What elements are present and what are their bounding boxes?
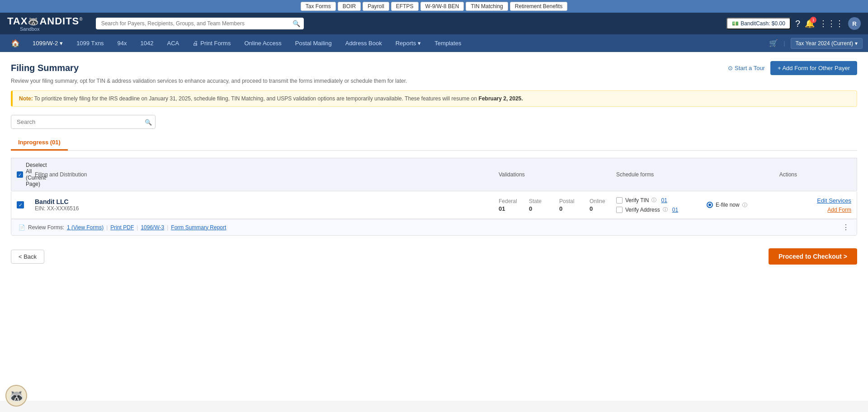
nav-1099w2-dropdown-icon: ▾: [60, 40, 63, 47]
footer-divider-3: |: [167, 224, 168, 231]
topnav-retirement[interactable]: Retirement Benefits: [510, 2, 567, 11]
verify-tin-checkbox[interactable]: [616, 197, 623, 204]
global-search-input[interactable]: [96, 18, 304, 29]
topnav-tax-forms[interactable]: Tax Forms: [301, 2, 336, 11]
col-select: Deselect All (Current Page): [17, 162, 35, 187]
filing-distribution: Federal 01 State 0 Postal 0 Online 0: [499, 198, 616, 212]
logo: TAX🦝ANDITS®: [7, 15, 83, 27]
sandbox-label: Sandbox: [20, 26, 39, 32]
review-forms-label: Review Forms:: [28, 224, 64, 231]
tab-inprogress[interactable]: Inprogress (01): [11, 135, 68, 151]
verify-address-count[interactable]: 01: [672, 207, 678, 213]
online-label: Online: [590, 198, 616, 204]
row-checkbox[interactable]: [17, 201, 24, 208]
nav-1099txns[interactable]: 1099 Txns: [70, 35, 110, 51]
bandit-cash-icon: 💵: [732, 20, 739, 27]
tabs: Inprogress (01): [11, 135, 857, 151]
table-header: Deselect All (Current Page) Filing and D…: [11, 158, 857, 191]
state-label: State: [529, 198, 556, 204]
nav-separator: |: [783, 40, 785, 47]
select-all-checkbox[interactable]: [17, 171, 23, 178]
verify-tin-count[interactable]: 01: [661, 197, 667, 204]
tax-year-dropdown-icon: ▾: [855, 40, 858, 47]
back-btn[interactable]: < Back: [11, 250, 44, 264]
main-nav: 🏠 1099/W-2 ▾ 1099 Txns 94x 1042 ACA 🖨 Pr…: [0, 34, 868, 52]
print-pdf-link[interactable]: Print PDF: [110, 224, 134, 231]
col-validations: Validations: [499, 171, 616, 178]
note-prefix: Note:: [19, 95, 33, 102]
content-area: Filing Summary ⊙ Start a Tour + Add Form…: [0, 52, 868, 401]
col-schedule: Schedule forms: [616, 171, 707, 178]
verify-tin-info-icon[interactable]: ⓘ: [651, 197, 656, 204]
form-1096-link[interactable]: 1096/W-3: [141, 224, 164, 231]
deselect-all[interactable]: Deselect All (Current Page): [17, 162, 35, 187]
payer-name: Bandit LLC: [35, 198, 499, 205]
checkout-btn[interactable]: Proceed to Checkout >: [769, 248, 857, 265]
notification-icon[interactable]: 🔔 1: [805, 19, 815, 28]
start-tour-btn[interactable]: ⊙ Start a Tour: [728, 65, 765, 71]
page-subtitle: Review your filing summary, opt for TIN …: [11, 78, 857, 84]
header-right: 💵 BanditCash: $0.00 ? 🔔 1 ⋮⋮⋮ R: [726, 17, 861, 30]
nav-home-icon[interactable]: 🏠: [5, 34, 25, 52]
add-form-other-payer-btn[interactable]: + Add Form for Other Payer: [770, 61, 857, 75]
nav-reports[interactable]: Reports ▾: [389, 35, 428, 51]
edit-services-link[interactable]: Edit Services: [817, 197, 851, 204]
online-dist: Online 0: [590, 198, 616, 212]
actions-col: Edit Services Add Form: [797, 197, 851, 213]
payer-info: Bandit LLC EIN: XX-XXX6516: [35, 198, 499, 212]
bandit-cash-label: BanditCash: $0.00: [741, 20, 785, 27]
postal-value: 0: [559, 205, 562, 212]
nav-1099w2[interactable]: 1099/W-2 ▾: [26, 35, 69, 51]
nav-postal-mailing[interactable]: Postal Mailing: [289, 35, 338, 51]
efile-now-info-icon[interactable]: ⓘ: [742, 202, 747, 208]
nav-online-access[interactable]: Online Access: [238, 35, 288, 51]
note-text: To prioritize timely filing for the IRS …: [34, 95, 479, 102]
top-nav: Tax Forms BOIR Payroll EFTPS W-9/W-8 BEN…: [0, 0, 868, 13]
state-value: 0: [529, 205, 532, 212]
verify-tin-label: Verify TIN: [625, 197, 649, 204]
form-summary-link[interactable]: Form Summary Report: [171, 224, 226, 231]
help-icon[interactable]: ?: [795, 19, 800, 29]
nav-print-forms[interactable]: 🖨 Print Forms: [186, 35, 237, 51]
tax-year-label: Tax Year 2024 (Current): [796, 40, 853, 47]
topnav-tin-matching[interactable]: TIN Matching: [466, 2, 508, 11]
bandit-cash-btn[interactable]: 💵 BanditCash: $0.00: [726, 18, 791, 29]
schedule-col: E-file now ⓘ: [707, 202, 797, 208]
search-icon: 🔍: [145, 118, 152, 125]
tax-year-btn[interactable]: Tax Year 2024 (Current) ▾: [791, 38, 863, 49]
topnav-eftps[interactable]: EFTPS: [391, 2, 419, 11]
nav-aca[interactable]: ACA: [161, 35, 186, 51]
topnav-boir[interactable]: BOIR: [338, 2, 361, 11]
cart-icon[interactable]: 🛒: [769, 39, 778, 47]
logo-tax: TAX: [7, 15, 28, 27]
footer-divider-2: |: [137, 224, 138, 231]
verify-address-info-icon[interactable]: ⓘ: [663, 206, 668, 213]
row-more-options-icon[interactable]: ⋮: [842, 223, 849, 232]
verify-address-label: Verify Address: [625, 207, 660, 213]
nav-94x[interactable]: 94x: [111, 35, 133, 51]
page-header: Filing Summary ⊙ Start a Tour + Add Form…: [11, 61, 857, 75]
logo-area[interactable]: TAX🦝ANDITS® Sandbox: [7, 15, 83, 32]
view-forms-link[interactable]: 1 (View Forms): [67, 224, 104, 231]
add-form-link[interactable]: Add Form: [827, 207, 851, 213]
nav-1042[interactable]: 1042: [134, 35, 160, 51]
verify-address-checkbox[interactable]: [616, 207, 623, 213]
nav-address-book[interactable]: Address Book: [339, 35, 388, 51]
search-input[interactable]: [11, 115, 156, 129]
document-icon: 📄: [19, 224, 25, 231]
federal-dist: Federal 01: [499, 198, 525, 212]
topnav-w9[interactable]: W-9/W-8 BEN: [420, 2, 464, 11]
topnav-payroll[interactable]: Payroll: [363, 2, 389, 11]
verify-tin-row: Verify TIN ⓘ 01: [616, 197, 707, 204]
avatar[interactable]: R: [848, 17, 861, 30]
nav-templates[interactable]: Templates: [428, 35, 467, 51]
validations-col: Verify TIN ⓘ 01 Verify Address ⓘ 01: [616, 197, 707, 213]
efile-now-radio[interactable]: [707, 202, 713, 208]
federal-value: 01: [499, 205, 505, 212]
note-date: February 2, 2025.: [479, 95, 523, 102]
footer-divider-1: |: [106, 224, 108, 231]
verify-address-row: Verify Address ⓘ 01: [616, 206, 707, 213]
global-search-icon: 🔍: [292, 20, 300, 27]
filing-row: Bandit LLC EIN: XX-XXX6516 Federal 01 St…: [11, 191, 857, 236]
apps-grid-icon[interactable]: ⋮⋮⋮: [819, 19, 844, 28]
